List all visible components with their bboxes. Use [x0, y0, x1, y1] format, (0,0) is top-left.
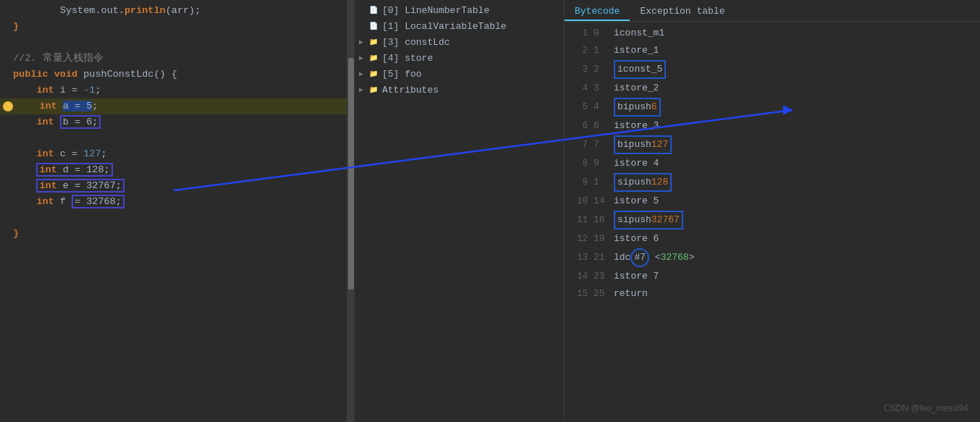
bc-instr: iconst_m1 [614, 25, 664, 41]
bc-line-num: 13 [570, 250, 588, 266]
code-line: //2. 常量入栈指令 [0, 51, 347, 67]
tree-item-label: [4] store [382, 51, 433, 66]
tree-item-foo[interactable]: ▶ 📁 [5] foo [355, 67, 564, 83]
folder-icon: 📁 [368, 54, 379, 64]
file-icon: 📄 [368, 6, 379, 16]
bc-line-num: 6 [570, 118, 588, 134]
code-text: int a = 5; [16, 98, 98, 114]
bc-instr: ldc#7 <32768> [614, 248, 694, 267]
code-line-highlighted: int a = 5; [0, 98, 347, 114]
bc-offset: 25 [594, 286, 609, 302]
code-line: } [0, 19, 347, 35]
bc-instr: istore_1 [614, 43, 659, 59]
bc-instr: istore 4 [614, 156, 659, 172]
code-text: System.out.println(arr); [13, 3, 200, 19]
bc-offset: 19 [594, 231, 609, 247]
bytecode-panel-wrapper: Bytecode Exception table 1 0 iconst_m1 2… [565, 0, 980, 422]
bc-row-5: 5 4 bipush 6 [565, 97, 980, 117]
bc-row-8: 8 9 istore 4 [565, 155, 980, 172]
tab-bytecode[interactable]: Bytecode [565, 3, 630, 21]
bc-row-3: 3 2 iconst_5 [565, 59, 980, 80]
bc-row-13: 13 21 ldc#7 <32768> [565, 248, 980, 268]
bc-line-num: 10 [570, 193, 588, 209]
bc-row-12: 12 19 istore 6 [565, 230, 980, 248]
tree-item-label: [3] constLdc [382, 35, 450, 50]
bc-instr: sipush 32767 [614, 211, 683, 229]
bc-offset: 0 [594, 25, 609, 41]
bc-row-7: 7 7 bipush 127 [565, 135, 980, 155]
bc-row-15: 15 25 return [565, 285, 980, 303]
tree-item-constldc[interactable]: ▶ 📁 [3] constLdc [355, 35, 564, 51]
tree-arrow: ▶ [359, 67, 368, 82]
bc-offset: 7 [594, 137, 609, 153]
code-text: //2. 常量入栈指令 [13, 51, 104, 67]
tree-arrow: ▶ [359, 83, 368, 98]
bytecode-tabs: Bytecode Exception table [565, 0, 980, 22]
code-line: int i = -1; [0, 83, 347, 98]
bc-line-num: 4 [570, 80, 588, 96]
bc-offset: 2 [594, 62, 609, 77]
tree-item-linenumbertable[interactable]: 📄 [0] LineNumberTable [355, 3, 564, 19]
code-panel: System.out.println(arr); } //2. 常量入栈指令 p… [0, 0, 347, 422]
tree-panel: 📄 [0] LineNumberTable 📄 [1] LocalVariabl… [355, 0, 565, 422]
code-line: int c = 127; [0, 146, 347, 162]
tree-item-label: [1] LocalVariableTable [382, 20, 507, 34]
bc-instr: bipush 127 [614, 135, 672, 154]
code-content: System.out.println(arr); } //2. 常量入栈指令 p… [0, 0, 347, 245]
bc-line-num: 9 [570, 174, 588, 190]
bc-line-num: 11 [570, 212, 588, 228]
code-text: int c = 127; [13, 146, 107, 162]
code-line-boxed-f: int f = 32768; [0, 194, 347, 210]
bc-instr: istore_2 [614, 80, 659, 96]
bc-instr: istore 5 [614, 193, 659, 209]
code-text: int e = 32767; [13, 178, 124, 194]
tree-item-label: [0] LineNumberTable [382, 4, 489, 18]
code-text: int b = 6; [13, 114, 101, 130]
code-line-boxed-e: int e = 32767; [0, 178, 347, 194]
bc-row-6: 6 6 istore_3 [565, 117, 980, 135]
bc-line-num: 3 [570, 62, 588, 77]
tree-arrow: ▶ [359, 51, 368, 66]
tab-exception-table[interactable]: Exception table [630, 3, 735, 21]
file-icon: 📄 [368, 22, 379, 32]
bc-row-14: 14 23 istore 7 [565, 268, 980, 285]
code-line [0, 130, 347, 146]
code-line: public void pushConstLdc() { [0, 67, 347, 83]
bc-row-2: 2 1 istore_1 [565, 42, 980, 59]
watermark: CSDN @leo_messi94 [884, 403, 968, 413]
bc-instr: istore_3 [614, 118, 659, 134]
middle-scrollbar[interactable] [347, 0, 355, 422]
bc-line-num: 15 [570, 286, 588, 302]
bc-offset: 14 [594, 193, 609, 209]
code-line: } [0, 226, 347, 242]
tree-item-localvariabletable[interactable]: 📄 [1] LocalVariableTable [355, 19, 564, 35]
bc-row-9: 9 1 sipush 128 [565, 172, 980, 193]
bc-instr: sipush 128 [614, 173, 672, 192]
bc-offset: 9 [594, 156, 609, 172]
bc-instr: bipush 6 [614, 98, 661, 117]
scroll-thumb[interactable] [348, 58, 354, 290]
code-text: int f = 32768; [13, 194, 124, 210]
code-line-boxed-d: int d = 128; [0, 162, 347, 178]
code-line: System.out.println(arr); [0, 3, 347, 19]
bytecode-body: 1 0 iconst_m1 2 1 istore_1 3 2 iconst_5 … [565, 22, 980, 422]
bc-offset: 6 [594, 118, 609, 134]
bc-offset: 16 [594, 212, 609, 228]
bc-offset: 21 [594, 250, 609, 266]
bc-offset: 23 [594, 269, 609, 284]
folder-icon: 📁 [368, 69, 379, 80]
bytecode-panel: Bytecode Exception table 1 0 iconst_m1 2… [565, 0, 980, 422]
bc-instr: istore 6 [614, 231, 659, 247]
code-line [0, 210, 347, 226]
tree-item-label: Attributes [382, 83, 439, 98]
bc-row-4: 4 3 istore_2 [565, 80, 980, 97]
bc-line-num: 5 [570, 99, 588, 115]
code-line [0, 35, 347, 51]
tree-item-attributes[interactable]: ▶ 📁 Attributes [355, 83, 564, 98]
code-line-boxed-b: int b = 6; [0, 114, 347, 130]
bc-offset: 4 [594, 99, 609, 115]
tree-item-store[interactable]: ▶ 📁 [4] store [355, 51, 564, 67]
bc-instr: iconst_5 [614, 60, 666, 79]
code-text: int i = -1; [13, 83, 101, 98]
bc-line-num: 1 [570, 25, 588, 41]
